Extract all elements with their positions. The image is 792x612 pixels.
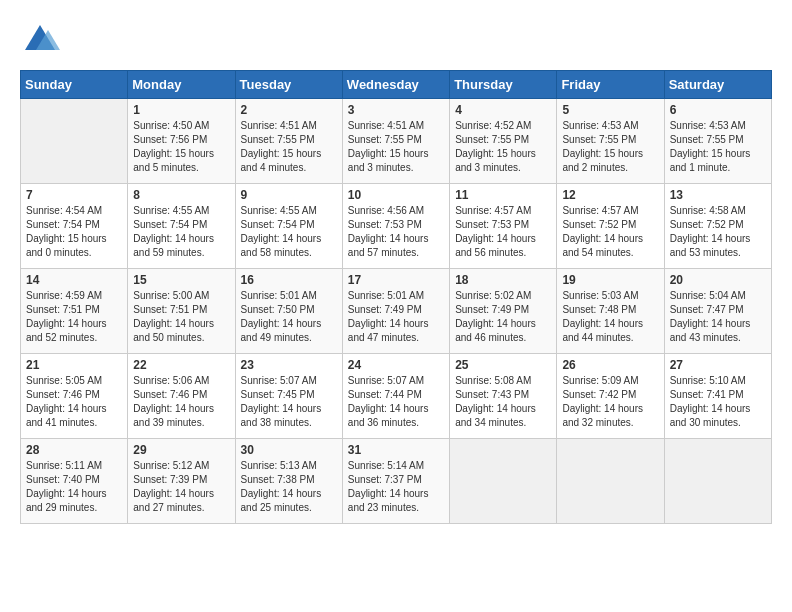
day-info: Sunrise: 5:01 AMSunset: 7:49 PMDaylight:… <box>348 289 444 345</box>
day-number: 16 <box>241 273 337 287</box>
calendar-cell: 23Sunrise: 5:07 AMSunset: 7:45 PMDayligh… <box>235 354 342 439</box>
calendar-cell: 21Sunrise: 5:05 AMSunset: 7:46 PMDayligh… <box>21 354 128 439</box>
header-friday: Friday <box>557 71 664 99</box>
day-info: Sunrise: 5:08 AMSunset: 7:43 PMDaylight:… <box>455 374 551 430</box>
calendar-cell: 25Sunrise: 5:08 AMSunset: 7:43 PMDayligh… <box>450 354 557 439</box>
day-number: 13 <box>670 188 766 202</box>
day-info: Sunrise: 5:03 AMSunset: 7:48 PMDaylight:… <box>562 289 658 345</box>
day-number: 24 <box>348 358 444 372</box>
day-info: Sunrise: 5:02 AMSunset: 7:49 PMDaylight:… <box>455 289 551 345</box>
calendar-cell: 12Sunrise: 4:57 AMSunset: 7:52 PMDayligh… <box>557 184 664 269</box>
day-info: Sunrise: 5:12 AMSunset: 7:39 PMDaylight:… <box>133 459 229 515</box>
calendar-cell: 13Sunrise: 4:58 AMSunset: 7:52 PMDayligh… <box>664 184 771 269</box>
day-info: Sunrise: 4:59 AMSunset: 7:51 PMDaylight:… <box>26 289 122 345</box>
day-number: 29 <box>133 443 229 457</box>
day-number: 10 <box>348 188 444 202</box>
day-info: Sunrise: 5:01 AMSunset: 7:50 PMDaylight:… <box>241 289 337 345</box>
day-info: Sunrise: 4:57 AMSunset: 7:53 PMDaylight:… <box>455 204 551 260</box>
calendar-cell: 16Sunrise: 5:01 AMSunset: 7:50 PMDayligh… <box>235 269 342 354</box>
day-info: Sunrise: 5:05 AMSunset: 7:46 PMDaylight:… <box>26 374 122 430</box>
day-number: 30 <box>241 443 337 457</box>
day-info: Sunrise: 4:50 AMSunset: 7:56 PMDaylight:… <box>133 119 229 175</box>
week-row-3: 14Sunrise: 4:59 AMSunset: 7:51 PMDayligh… <box>21 269 772 354</box>
day-info: Sunrise: 4:58 AMSunset: 7:52 PMDaylight:… <box>670 204 766 260</box>
day-number: 3 <box>348 103 444 117</box>
day-info: Sunrise: 4:52 AMSunset: 7:55 PMDaylight:… <box>455 119 551 175</box>
day-info: Sunrise: 5:06 AMSunset: 7:46 PMDaylight:… <box>133 374 229 430</box>
calendar-cell: 20Sunrise: 5:04 AMSunset: 7:47 PMDayligh… <box>664 269 771 354</box>
calendar-cell: 24Sunrise: 5:07 AMSunset: 7:44 PMDayligh… <box>342 354 449 439</box>
day-info: Sunrise: 4:56 AMSunset: 7:53 PMDaylight:… <box>348 204 444 260</box>
calendar-cell <box>664 439 771 524</box>
calendar-cell: 26Sunrise: 5:09 AMSunset: 7:42 PMDayligh… <box>557 354 664 439</box>
day-number: 23 <box>241 358 337 372</box>
calendar-cell <box>21 99 128 184</box>
logo-icon <box>20 20 60 60</box>
calendar-cell: 30Sunrise: 5:13 AMSunset: 7:38 PMDayligh… <box>235 439 342 524</box>
day-number: 14 <box>26 273 122 287</box>
day-info: Sunrise: 4:51 AMSunset: 7:55 PMDaylight:… <box>348 119 444 175</box>
day-info: Sunrise: 4:55 AMSunset: 7:54 PMDaylight:… <box>241 204 337 260</box>
day-info: Sunrise: 4:51 AMSunset: 7:55 PMDaylight:… <box>241 119 337 175</box>
day-number: 12 <box>562 188 658 202</box>
day-number: 8 <box>133 188 229 202</box>
calendar-cell <box>557 439 664 524</box>
day-number: 19 <box>562 273 658 287</box>
day-number: 9 <box>241 188 337 202</box>
day-info: Sunrise: 4:53 AMSunset: 7:55 PMDaylight:… <box>562 119 658 175</box>
day-number: 7 <box>26 188 122 202</box>
day-number: 20 <box>670 273 766 287</box>
calendar-cell <box>450 439 557 524</box>
calendar-cell: 19Sunrise: 5:03 AMSunset: 7:48 PMDayligh… <box>557 269 664 354</box>
calendar-header: Sunday Monday Tuesday Wednesday Thursday… <box>21 71 772 99</box>
day-number: 21 <box>26 358 122 372</box>
calendar-cell: 5Sunrise: 4:53 AMSunset: 7:55 PMDaylight… <box>557 99 664 184</box>
day-info: Sunrise: 5:09 AMSunset: 7:42 PMDaylight:… <box>562 374 658 430</box>
day-info: Sunrise: 5:07 AMSunset: 7:44 PMDaylight:… <box>348 374 444 430</box>
calendar-cell: 28Sunrise: 5:11 AMSunset: 7:40 PMDayligh… <box>21 439 128 524</box>
day-number: 26 <box>562 358 658 372</box>
day-number: 1 <box>133 103 229 117</box>
logo <box>20 20 66 60</box>
calendar-table: Sunday Monday Tuesday Wednesday Thursday… <box>20 70 772 524</box>
calendar-cell: 6Sunrise: 4:53 AMSunset: 7:55 PMDaylight… <box>664 99 771 184</box>
calendar-cell: 2Sunrise: 4:51 AMSunset: 7:55 PMDaylight… <box>235 99 342 184</box>
calendar-cell: 15Sunrise: 5:00 AMSunset: 7:51 PMDayligh… <box>128 269 235 354</box>
day-number: 31 <box>348 443 444 457</box>
header-tuesday: Tuesday <box>235 71 342 99</box>
calendar-cell: 10Sunrise: 4:56 AMSunset: 7:53 PMDayligh… <box>342 184 449 269</box>
week-row-2: 7Sunrise: 4:54 AMSunset: 7:54 PMDaylight… <box>21 184 772 269</box>
day-number: 22 <box>133 358 229 372</box>
header-thursday: Thursday <box>450 71 557 99</box>
calendar-cell: 8Sunrise: 4:55 AMSunset: 7:54 PMDaylight… <box>128 184 235 269</box>
day-info: Sunrise: 4:57 AMSunset: 7:52 PMDaylight:… <box>562 204 658 260</box>
header-saturday: Saturday <box>664 71 771 99</box>
day-info: Sunrise: 5:00 AMSunset: 7:51 PMDaylight:… <box>133 289 229 345</box>
day-number: 18 <box>455 273 551 287</box>
calendar-cell: 4Sunrise: 4:52 AMSunset: 7:55 PMDaylight… <box>450 99 557 184</box>
day-info: Sunrise: 5:07 AMSunset: 7:45 PMDaylight:… <box>241 374 337 430</box>
calendar-cell: 27Sunrise: 5:10 AMSunset: 7:41 PMDayligh… <box>664 354 771 439</box>
day-number: 17 <box>348 273 444 287</box>
day-info: Sunrise: 5:11 AMSunset: 7:40 PMDaylight:… <box>26 459 122 515</box>
calendar-cell: 31Sunrise: 5:14 AMSunset: 7:37 PMDayligh… <box>342 439 449 524</box>
day-number: 11 <box>455 188 551 202</box>
calendar-cell: 17Sunrise: 5:01 AMSunset: 7:49 PMDayligh… <box>342 269 449 354</box>
day-info: Sunrise: 4:53 AMSunset: 7:55 PMDaylight:… <box>670 119 766 175</box>
day-number: 2 <box>241 103 337 117</box>
calendar-cell: 11Sunrise: 4:57 AMSunset: 7:53 PMDayligh… <box>450 184 557 269</box>
header-wednesday: Wednesday <box>342 71 449 99</box>
day-number: 4 <box>455 103 551 117</box>
calendar-cell: 14Sunrise: 4:59 AMSunset: 7:51 PMDayligh… <box>21 269 128 354</box>
day-info: Sunrise: 4:54 AMSunset: 7:54 PMDaylight:… <box>26 204 122 260</box>
day-number: 5 <box>562 103 658 117</box>
week-row-1: 1Sunrise: 4:50 AMSunset: 7:56 PMDaylight… <box>21 99 772 184</box>
calendar-cell: 3Sunrise: 4:51 AMSunset: 7:55 PMDaylight… <box>342 99 449 184</box>
day-info: Sunrise: 5:14 AMSunset: 7:37 PMDaylight:… <box>348 459 444 515</box>
day-number: 25 <box>455 358 551 372</box>
header-monday: Monday <box>128 71 235 99</box>
day-number: 15 <box>133 273 229 287</box>
calendar-cell: 7Sunrise: 4:54 AMSunset: 7:54 PMDaylight… <box>21 184 128 269</box>
calendar-cell: 18Sunrise: 5:02 AMSunset: 7:49 PMDayligh… <box>450 269 557 354</box>
day-info: Sunrise: 5:10 AMSunset: 7:41 PMDaylight:… <box>670 374 766 430</box>
